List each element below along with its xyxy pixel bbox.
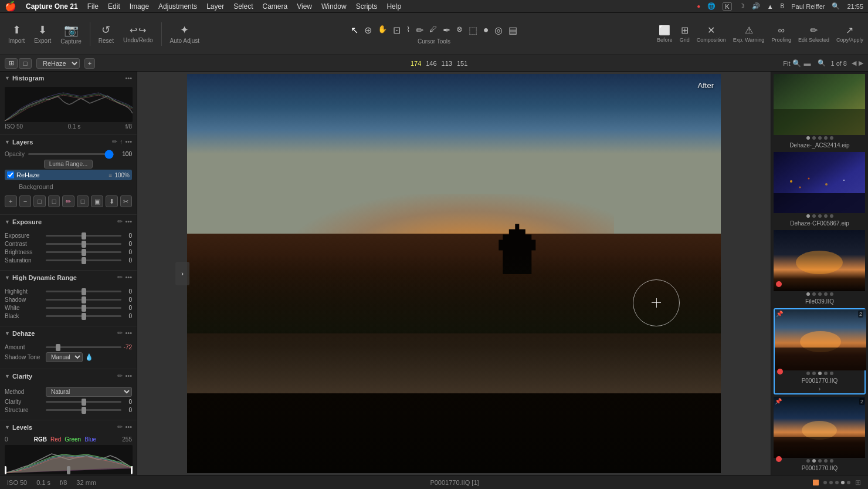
levels-white-handle[interactable] — [131, 466, 133, 474]
hdr-more-icon[interactable]: ••• — [125, 274, 132, 281]
opacity-slider[interactable] — [28, 153, 114, 155]
filmstrip-item-4[interactable]: 📌 2 P0001770.IIQ › — [774, 397, 866, 475]
status-expand-icon[interactable]: ⊞ — [855, 478, 861, 487]
filmstrip-item-2[interactable]: File039.IIQ — [774, 230, 866, 306]
layer-copy-btn[interactable]: □ — [33, 195, 46, 207]
auto-adjust-button[interactable]: ✦ Auto Adjust — [167, 23, 204, 44]
globe-icon[interactable]: 🌐 — [707, 2, 716, 10]
search-icon[interactable]: 🔍 — [832, 2, 840, 10]
menu-edit[interactable]: Edit — [108, 2, 120, 11]
layers-edit-icon[interactable]: ✏ — [112, 138, 117, 146]
hdr-header[interactable]: ▼ High Dynamic Range ✏ ••• — [0, 271, 137, 284]
import-button[interactable]: ⬆ Import — [5, 23, 28, 44]
layer-mask-btn[interactable]: ▣ — [91, 195, 103, 207]
cursor-tool-pan[interactable]: ✋ — [377, 23, 388, 37]
clarity-slider[interactable] — [46, 401, 121, 403]
layer-brush-btn[interactable]: ✏ — [62, 195, 74, 207]
dehaze-header[interactable]: ▼ Dehaze ✏ ••• — [0, 326, 137, 340]
layers-export-icon[interactable]: ↑ — [120, 138, 123, 146]
filmstrip-item-0[interactable]: Dehaze-_ACS2414.eip — [774, 74, 866, 150]
cursor-tool-gradient[interactable]: ▤ — [507, 23, 518, 37]
composition-button[interactable]: ✕ Composition — [697, 25, 726, 43]
luma-range-button[interactable]: Luma Range... — [44, 160, 93, 168]
before-button[interactable]: ⬜ Before — [657, 25, 673, 43]
nav-prev-icon[interactable]: ◀ — [852, 59, 856, 67]
view-grid-btn[interactable]: ⊞ — [5, 58, 18, 69]
menu-camera[interactable]: Camera — [263, 2, 288, 11]
edit-selected-button[interactable]: ✏ Edit Selected — [798, 25, 829, 43]
export-button[interactable]: ⬇ Export — [30, 23, 55, 44]
cursor-tool-select[interactable]: ↖ — [350, 23, 360, 37]
nav-arrow-left[interactable]: › — [175, 262, 189, 285]
levels-tab-red[interactable]: Red — [50, 436, 61, 443]
layer-merge-btn[interactable]: □ — [48, 195, 60, 207]
dropper-icon[interactable]: 💧 — [85, 353, 93, 361]
shadow-tone-select[interactable]: Manual — [46, 352, 83, 362]
brightness-slider[interactable] — [46, 251, 121, 253]
remove-layer-tool-btn[interactable]: − — [19, 195, 32, 207]
method-select[interactable]: Natural — [46, 387, 132, 397]
menu-view[interactable]: View — [297, 2, 312, 11]
cursor-tool-radial[interactable]: ◎ — [493, 23, 504, 37]
copy-apply-button[interactable]: ↗ Copy/Apply — [836, 25, 863, 43]
shadow-slider[interactable] — [46, 299, 121, 301]
levels-mid-handle[interactable] — [67, 466, 70, 474]
highlight-slider[interactable] — [46, 291, 121, 292]
cursor-tool-zoom[interactable]: ⊕ — [363, 23, 373, 37]
levels-tab-rgb[interactable]: RGB — [34, 436, 47, 443]
hdr-edit-icon[interactable]: ✏ — [117, 274, 123, 281]
cursor-tool-clone[interactable]: ⊗ — [455, 23, 464, 37]
menu-adjustments[interactable]: Adjustments — [158, 2, 197, 11]
cursor-tool-crop[interactable]: ⊡ — [392, 23, 402, 37]
cursor-tool-straighten[interactable]: ⌇ — [405, 23, 411, 37]
capture-button[interactable]: 📷 Capture — [57, 23, 85, 45]
nav-next-icon[interactable]: ▶ — [859, 59, 863, 67]
filmstrip-arrow-3[interactable]: › — [775, 385, 864, 393]
clarity-header[interactable]: ▼ Clarity ✏ ••• — [0, 369, 137, 383]
proofing-button[interactable]: ∞ Proofing — [771, 25, 791, 43]
levels-tab-blue[interactable]: Blue — [84, 436, 96, 443]
menu-layer[interactable]: Layer — [206, 2, 224, 11]
dehaze-edit-icon[interactable]: ✏ — [117, 329, 123, 337]
levels-black-handle[interactable] — [5, 466, 6, 474]
filmstrip-arrow-4[interactable]: › — [774, 473, 866, 475]
layers-header[interactable]: ▼ Layers ✏ ↑ ••• — [0, 135, 137, 149]
black-slider[interactable] — [46, 315, 121, 317]
grid-button[interactable]: ⊞ Grid — [680, 25, 690, 43]
structure-slider[interactable] — [46, 409, 121, 411]
rehaze-checkbox[interactable] — [7, 171, 14, 178]
layer-erase-btn[interactable]: ✂ — [120, 195, 133, 207]
contrast-slider[interactable] — [46, 243, 121, 245]
apple-icon[interactable]: 🍎 — [5, 1, 16, 12]
dehaze-more-icon[interactable]: ••• — [125, 329, 132, 337]
view-single-btn[interactable]: □ — [19, 58, 32, 69]
image-container[interactable]: After › — [137, 72, 771, 475]
exposure-warning-button[interactable]: ⚠ Exp. Warning — [733, 25, 765, 43]
histogram-more-icon[interactable]: ••• — [125, 75, 132, 82]
white-slider[interactable] — [46, 307, 121, 309]
menu-help[interactable]: Help — [386, 2, 401, 11]
clarity-edit-icon[interactable]: ✏ — [117, 372, 123, 380]
layer-selector[interactable]: ReHaze — [36, 58, 80, 69]
menu-select[interactable]: Select — [233, 2, 253, 11]
layers-more-icon[interactable]: ••• — [125, 138, 132, 146]
exposure-more-icon[interactable]: ••• — [125, 218, 132, 225]
cursor-tool-spot[interactable]: ● — [482, 23, 490, 37]
cursor-tool-brush[interactable]: 🖊 — [428, 23, 438, 37]
levels-header[interactable]: ▼ Levels ✏ ••• — [0, 420, 137, 434]
layer-item-rehaze[interactable]: ReHaze ≡ 100% — [5, 170, 132, 180]
exposure-header[interactable]: ▼ Exposure ✏ ••• — [0, 215, 137, 228]
clarity-more-icon[interactable]: ••• — [125, 372, 132, 380]
levels-more-icon[interactable]: ••• — [125, 423, 132, 431]
layer-shape-btn[interactable]: □ — [77, 195, 89, 207]
cursor-tool-picker[interactable]: ✏ — [415, 23, 425, 37]
cursor-tool-erase[interactable]: ⬚ — [467, 23, 479, 37]
levels-edit-icon[interactable]: ✏ — [117, 423, 123, 431]
saturation-slider[interactable] — [46, 259, 121, 261]
layer-import-btn[interactable]: ⬇ — [106, 195, 118, 207]
add-layer-tool-btn[interactable]: + — [5, 195, 17, 207]
menu-scripts[interactable]: Scripts — [356, 2, 378, 11]
menu-window[interactable]: Window — [321, 2, 347, 11]
undo-redo-button[interactable]: ↩ ↪ Undo/Redo — [120, 25, 157, 43]
histogram-header[interactable]: ▼ Histogram ••• — [0, 72, 137, 85]
